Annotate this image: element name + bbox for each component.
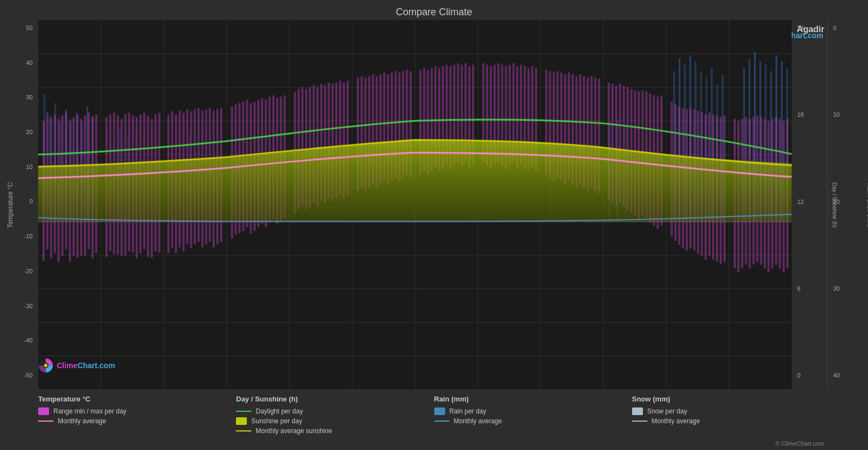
legend-item-snow: Snow per day <box>632 407 830 415</box>
svg-point-247 <box>44 364 47 367</box>
right-axis-rain-ticks: 0 10 20 30 40 <box>831 25 840 379</box>
legend-line-snow-avg <box>632 421 647 422</box>
left-axis: Temperature °C 50 40 30 20 10 0 -10 -20 … <box>5 20 38 389</box>
legend-item-daylight: Daylight per day <box>236 407 434 415</box>
legend-item-sunshine-avg: Monthly average sunshine <box>236 427 434 435</box>
legend-item-rain-avg: Monthly average <box>434 417 632 425</box>
legend-item-rain: Rain per day <box>434 407 632 415</box>
legend-col-temperature: Temperature °C Range min / max per day M… <box>38 395 236 435</box>
left-axis-ticks: 50 40 30 20 10 0 -10 -20 -30 -40 -50 <box>24 25 35 379</box>
legend-swatch-sunshine <box>236 417 247 425</box>
right-axis-sunshine: Day / Sunshine (h) 24 18 12 6 0 <box>792 20 827 389</box>
legend-line-rain-avg <box>434 421 450 422</box>
logo-icon-bottom <box>38 358 53 373</box>
copyright: © ClimeChart.com <box>0 440 868 450</box>
legend-item-temp-range: Range min / max per day <box>38 407 236 415</box>
right-axis-rain: Rain / Snow (mm) 0 10 20 30 40 <box>827 20 863 389</box>
legend-item-snow-avg: Monthly average <box>632 417 830 425</box>
legend-line-sunshine-avg <box>236 430 251 431</box>
legend-title-sunshine: Day / Sunshine (h) <box>236 395 434 403</box>
chart-area: Jan Feb Mar Apr May Jun Jul Aug Sep Oct … <box>38 20 792 389</box>
legend-line-temp-avg <box>38 421 53 422</box>
legend-item-sunshine: Sunshine per day <box>236 417 434 425</box>
legend-swatch-rain <box>434 407 445 415</box>
legend-line-daylight <box>236 411 251 412</box>
right-axis-sunshine-ticks: 24 18 12 6 0 <box>795 25 804 379</box>
legend-title-rain: Rain (mm) <box>434 395 632 403</box>
left-axis-label: Temperature °C <box>7 182 14 227</box>
legend-swatch-temp-range <box>38 407 49 415</box>
legend-area: Temperature °C Range min / max per day M… <box>0 389 868 440</box>
legend-col-snow: Snow (mm) Snow per day Monthly average <box>632 395 830 435</box>
legend-title-snow: Snow (mm) <box>632 395 830 403</box>
page-container: Compare Climate Agadir Agadir ClimeChart… <box>0 0 868 450</box>
legend-swatch-snow <box>632 407 643 415</box>
legend-title-temperature: Temperature °C <box>38 395 236 403</box>
logo-bottom-left: ClimeChart.com <box>38 358 115 373</box>
chart-svg <box>38 20 792 389</box>
right-axis-rain-label: Rain / Snow (mm) <box>866 183 868 226</box>
legend-col-rain: Rain (mm) Rain per day Monthly average <box>434 395 632 435</box>
page-title: Compare Climate <box>0 0 868 20</box>
legend-item-temp-avg: Monthly average <box>38 417 236 425</box>
chart-wrapper: Temperature °C 50 40 30 20 10 0 -10 -20 … <box>0 20 868 389</box>
legend-col-sunshine: Day / Sunshine (h) Daylight per day Suns… <box>236 395 434 435</box>
logo-text-bottom: ClimeChart.com <box>57 361 115 370</box>
